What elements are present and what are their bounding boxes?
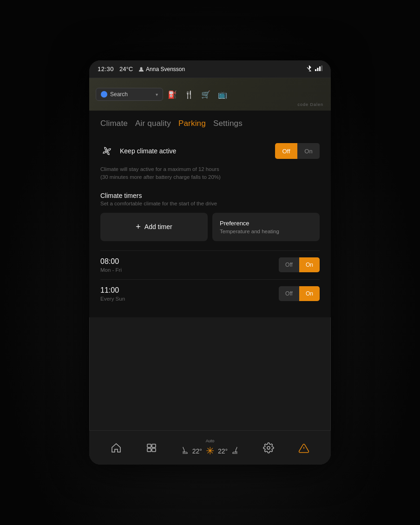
tab-air-quality[interactable]: Air quality <box>135 119 178 134</box>
status-temperature: 24°C <box>119 66 133 72</box>
add-timer-button[interactable]: + Add timer <box>100 213 208 241</box>
preference-subtitle: Temperature and heating <box>220 229 312 234</box>
toggle-off-button[interactable]: Off <box>275 143 297 159</box>
seat-right-icon <box>231 446 239 456</box>
svg-rect-7 <box>152 444 156 447</box>
keep-climate-description: Climate will stay active for a maximum o… <box>100 165 320 182</box>
timers-title: Climate timers <box>100 192 320 199</box>
timer-1-time: 08:00 <box>100 257 279 266</box>
timer-1-info: 08:00 Mon - Fri <box>100 257 279 273</box>
home-icon <box>111 443 122 453</box>
apps-icon <box>146 443 157 453</box>
shopping-icon[interactable]: 🛒 <box>201 90 210 99</box>
temp-left: 22° <box>192 447 202 455</box>
status-time: 12:30 <box>98 66 114 72</box>
screen-icon[interactable]: 📺 <box>218 90 227 99</box>
auto-label: Auto <box>206 439 215 443</box>
timer-1-days: Mon - Fri <box>100 267 279 273</box>
temp-right: 22° <box>218 447 228 455</box>
timer-2-info: 11:00 Every Sun <box>100 286 279 302</box>
keep-climate-label: Keep climate active <box>120 147 269 155</box>
fuel-icon[interactable]: ⛽ <box>168 90 177 99</box>
svg-rect-4 <box>322 66 323 71</box>
timers-subtitle: Set a comfortable climate for the start … <box>100 201 320 206</box>
svg-rect-1 <box>315 69 316 71</box>
status-user: Anna Svensson <box>138 66 301 72</box>
tab-climate[interactable]: Climate <box>100 119 135 134</box>
svg-point-0 <box>140 67 143 69</box>
preference-button[interactable]: Preference Temperature and heating <box>212 213 320 241</box>
settings-icon <box>263 442 274 453</box>
keep-climate-row: Keep climate active Off On <box>100 143 320 159</box>
timer-2-days: Every Sun <box>100 296 279 302</box>
timer-action-grid: + Add timer Preference Temperature and h… <box>100 213 320 241</box>
climate-fan-icon <box>100 146 113 156</box>
nav-apps[interactable] <box>146 443 157 453</box>
keep-climate-toggle[interactable]: Off On <box>275 143 320 159</box>
timer-2-toggle[interactable]: Off On <box>279 286 320 301</box>
map-area: Search ▾ ⛽ 🍴 🛒 📺 code Dalen <box>89 78 331 111</box>
user-icon <box>138 66 144 72</box>
nav-alert[interactable] <box>298 443 309 453</box>
timer-entry-2[interactable]: 11:00 Every Sun Off On <box>100 279 320 308</box>
nav-home[interactable] <box>111 443 122 453</box>
svg-point-10 <box>267 446 270 449</box>
preference-title: Preference <box>220 220 312 227</box>
svg-rect-3 <box>319 66 321 71</box>
timer-entry-1[interactable]: 08:00 Mon - Fri Off On <box>100 250 320 279</box>
climate-timers-header: Climate timers Set a comfortable climate… <box>100 192 320 206</box>
maps-icon <box>101 91 107 98</box>
seat-left-icon <box>181 446 189 456</box>
status-icons <box>307 65 322 73</box>
tab-navigation: Climate Air quality Parking Settings <box>89 111 331 134</box>
timer-1-off[interactable]: Off <box>279 257 299 272</box>
status-bar: 12:30 24°C Anna Svensson <box>89 60 331 78</box>
main-content: Keep climate active Off On Climate will … <box>89 134 331 317</box>
svg-rect-6 <box>147 444 151 447</box>
map-shortcuts: ⛽ 🍴 🛒 📺 <box>168 90 227 99</box>
nav-settings[interactable] <box>263 442 274 453</box>
nav-climate[interactable]: Auto 22° ✳ 22° <box>181 439 239 457</box>
toggle-on-button[interactable]: On <box>297 143 320 159</box>
svg-rect-9 <box>152 448 156 452</box>
signal-icon <box>315 66 322 72</box>
add-timer-label: Add timer <box>144 223 172 230</box>
svg-rect-2 <box>317 68 319 71</box>
fan-center-icon: ✳ <box>206 445 214 457</box>
alert-icon <box>298 443 309 453</box>
dropdown-arrow-icon: ▾ <box>156 92 158 97</box>
climate-display: 22° ✳ 22° <box>181 445 239 457</box>
search-box[interactable]: Search ▾ <box>96 88 163 101</box>
timer-1-toggle[interactable]: Off On <box>279 257 320 272</box>
timer-2-on[interactable]: On <box>299 286 320 301</box>
restaurant-icon[interactable]: 🍴 <box>184 90 194 99</box>
search-text: Search <box>110 91 128 98</box>
timer-2-time: 11:00 <box>100 286 279 295</box>
timer-1-on[interactable]: On <box>299 257 320 272</box>
bottom-navigation: Auto 22° ✳ 22° <box>89 430 331 465</box>
add-icon: + <box>136 222 141 232</box>
svg-rect-8 <box>147 448 151 452</box>
bluetooth-icon <box>307 65 311 73</box>
map-place-label: code Dalen <box>297 102 323 107</box>
tab-parking[interactable]: Parking <box>178 119 213 134</box>
tab-settings[interactable]: Settings <box>213 119 250 134</box>
timer-2-off[interactable]: Off <box>279 286 299 301</box>
